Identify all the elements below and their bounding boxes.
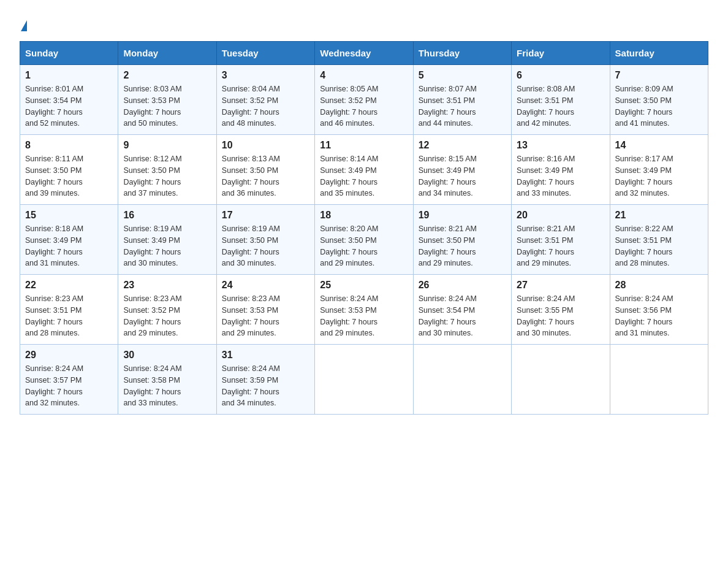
day-number: 11: [320, 140, 408, 151]
day-info: Sunrise: 8:23 AM Sunset: 3:51 PM Dayligh…: [25, 293, 113, 339]
calendar-header: SundayMondayTuesdayWednesdayThursdayFrid…: [20, 42, 708, 65]
logo-top-line: [20, 15, 27, 34]
day-info: Sunrise: 8:12 AM Sunset: 3:50 PM Dayligh…: [123, 153, 211, 199]
day-number: 23: [123, 280, 211, 291]
day-info: Sunrise: 8:07 AM Sunset: 3:51 PM Dayligh…: [419, 83, 506, 129]
day-info: Sunrise: 8:19 AM Sunset: 3:50 PM Dayligh…: [222, 223, 309, 269]
day-number: 30: [123, 350, 211, 361]
day-cell: 31 Sunrise: 8:24 AM Sunset: 3:59 PM Dayl…: [216, 345, 314, 415]
day-info: Sunrise: 8:21 AM Sunset: 3:50 PM Dayligh…: [419, 223, 506, 269]
day-number: 13: [517, 140, 604, 151]
day-number: 22: [25, 280, 113, 291]
day-cell: 9 Sunrise: 8:12 AM Sunset: 3:50 PM Dayli…: [118, 135, 216, 205]
day-number: 21: [615, 210, 703, 221]
logo: [20, 15, 27, 30]
day-number: 6: [517, 70, 604, 81]
day-cell: [315, 345, 413, 415]
day-cell: 21 Sunrise: 8:22 AM Sunset: 3:51 PM Dayl…: [610, 205, 708, 275]
day-cell: 25 Sunrise: 8:24 AM Sunset: 3:53 PM Dayl…: [315, 275, 413, 345]
day-cell: 20 Sunrise: 8:21 AM Sunset: 3:51 PM Dayl…: [512, 205, 610, 275]
day-info: Sunrise: 8:24 AM Sunset: 3:58 PM Dayligh…: [123, 363, 211, 409]
week-row-1: 1 Sunrise: 8:01 AM Sunset: 3:54 PM Dayli…: [20, 65, 708, 135]
day-number: 14: [615, 140, 703, 151]
day-cell: 18 Sunrise: 8:20 AM Sunset: 3:50 PM Dayl…: [315, 205, 413, 275]
day-cell: 14 Sunrise: 8:17 AM Sunset: 3:49 PM Dayl…: [610, 135, 708, 205]
day-info: Sunrise: 8:24 AM Sunset: 3:56 PM Dayligh…: [615, 293, 703, 339]
day-info: Sunrise: 8:16 AM Sunset: 3:49 PM Dayligh…: [517, 153, 604, 199]
day-cell: 27 Sunrise: 8:24 AM Sunset: 3:55 PM Dayl…: [512, 275, 610, 345]
weekday-header-tuesday: Tuesday: [216, 42, 314, 65]
day-number: 3: [222, 70, 309, 81]
day-number: 17: [222, 210, 309, 221]
day-cell: [512, 345, 610, 415]
day-number: 24: [222, 280, 309, 291]
page-header: [20, 15, 708, 30]
calendar-body: 1 Sunrise: 8:01 AM Sunset: 3:54 PM Dayli…: [20, 65, 708, 415]
header-row: SundayMondayTuesdayWednesdayThursdayFrid…: [20, 42, 708, 65]
day-info: Sunrise: 8:09 AM Sunset: 3:50 PM Dayligh…: [615, 83, 703, 129]
week-row-4: 22 Sunrise: 8:23 AM Sunset: 3:51 PM Dayl…: [20, 275, 708, 345]
logo-triangle-icon: [21, 20, 27, 31]
day-number: 15: [25, 210, 113, 221]
day-info: Sunrise: 8:21 AM Sunset: 3:51 PM Dayligh…: [517, 223, 604, 269]
day-cell: 29 Sunrise: 8:24 AM Sunset: 3:57 PM Dayl…: [20, 345, 118, 415]
day-number: 1: [25, 70, 113, 81]
day-cell: 11 Sunrise: 8:14 AM Sunset: 3:49 PM Dayl…: [315, 135, 413, 205]
day-cell: 6 Sunrise: 8:08 AM Sunset: 3:51 PM Dayli…: [512, 65, 610, 135]
day-info: Sunrise: 8:23 AM Sunset: 3:53 PM Dayligh…: [222, 293, 309, 339]
day-cell: 30 Sunrise: 8:24 AM Sunset: 3:58 PM Dayl…: [118, 345, 216, 415]
day-number: 2: [123, 70, 211, 81]
day-number: 18: [320, 210, 408, 221]
calendar-table: SundayMondayTuesdayWednesdayThursdayFrid…: [20, 41, 708, 415]
day-number: 20: [517, 210, 604, 221]
day-cell: [610, 345, 708, 415]
day-cell: 10 Sunrise: 8:13 AM Sunset: 3:50 PM Dayl…: [216, 135, 314, 205]
day-cell: 7 Sunrise: 8:09 AM Sunset: 3:50 PM Dayli…: [610, 65, 708, 135]
day-number: 27: [517, 280, 604, 291]
weekday-header-saturday: Saturday: [610, 42, 708, 65]
day-number: 29: [25, 350, 113, 361]
day-number: 4: [320, 70, 408, 81]
day-number: 10: [222, 140, 309, 151]
day-cell: 5 Sunrise: 8:07 AM Sunset: 3:51 PM Dayli…: [413, 65, 511, 135]
day-number: 26: [419, 280, 506, 291]
day-cell: 17 Sunrise: 8:19 AM Sunset: 3:50 PM Dayl…: [216, 205, 314, 275]
day-cell: 3 Sunrise: 8:04 AM Sunset: 3:52 PM Dayli…: [216, 65, 314, 135]
week-row-3: 15 Sunrise: 8:18 AM Sunset: 3:49 PM Dayl…: [20, 205, 708, 275]
day-info: Sunrise: 8:24 AM Sunset: 3:53 PM Dayligh…: [320, 293, 408, 339]
weekday-header-friday: Friday: [512, 42, 610, 65]
day-cell: 15 Sunrise: 8:18 AM Sunset: 3:49 PM Dayl…: [20, 205, 118, 275]
day-info: Sunrise: 8:19 AM Sunset: 3:49 PM Dayligh…: [123, 223, 211, 269]
day-info: Sunrise: 8:15 AM Sunset: 3:49 PM Dayligh…: [419, 153, 506, 199]
day-info: Sunrise: 8:18 AM Sunset: 3:49 PM Dayligh…: [25, 223, 113, 269]
day-cell: 26 Sunrise: 8:24 AM Sunset: 3:54 PM Dayl…: [413, 275, 511, 345]
day-cell: 24 Sunrise: 8:23 AM Sunset: 3:53 PM Dayl…: [216, 275, 314, 345]
day-cell: 28 Sunrise: 8:24 AM Sunset: 3:56 PM Dayl…: [610, 275, 708, 345]
day-cell: 4 Sunrise: 8:05 AM Sunset: 3:52 PM Dayli…: [315, 65, 413, 135]
day-cell: 8 Sunrise: 8:11 AM Sunset: 3:50 PM Dayli…: [20, 135, 118, 205]
day-number: 28: [615, 280, 703, 291]
day-cell: 16 Sunrise: 8:19 AM Sunset: 3:49 PM Dayl…: [118, 205, 216, 275]
day-number: 19: [419, 210, 506, 221]
day-info: Sunrise: 8:05 AM Sunset: 3:52 PM Dayligh…: [320, 83, 408, 129]
day-cell: 22 Sunrise: 8:23 AM Sunset: 3:51 PM Dayl…: [20, 275, 118, 345]
day-info: Sunrise: 8:22 AM Sunset: 3:51 PM Dayligh…: [615, 223, 703, 269]
day-cell: 13 Sunrise: 8:16 AM Sunset: 3:49 PM Dayl…: [512, 135, 610, 205]
day-info: Sunrise: 8:14 AM Sunset: 3:49 PM Dayligh…: [320, 153, 408, 199]
day-cell: 2 Sunrise: 8:03 AM Sunset: 3:53 PM Dayli…: [118, 65, 216, 135]
weekday-header-wednesday: Wednesday: [315, 42, 413, 65]
day-number: 7: [615, 70, 703, 81]
day-info: Sunrise: 8:24 AM Sunset: 3:54 PM Dayligh…: [419, 293, 506, 339]
day-info: Sunrise: 8:24 AM Sunset: 3:57 PM Dayligh…: [25, 363, 113, 409]
day-number: 5: [419, 70, 506, 81]
day-info: Sunrise: 8:11 AM Sunset: 3:50 PM Dayligh…: [25, 153, 113, 199]
day-cell: 1 Sunrise: 8:01 AM Sunset: 3:54 PM Dayli…: [20, 65, 118, 135]
day-cell: [413, 345, 511, 415]
day-info: Sunrise: 8:17 AM Sunset: 3:49 PM Dayligh…: [615, 153, 703, 199]
day-cell: 23 Sunrise: 8:23 AM Sunset: 3:52 PM Dayl…: [118, 275, 216, 345]
day-number: 9: [123, 140, 211, 151]
weekday-header-sunday: Sunday: [20, 42, 118, 65]
day-info: Sunrise: 8:04 AM Sunset: 3:52 PM Dayligh…: [222, 83, 309, 129]
week-row-2: 8 Sunrise: 8:11 AM Sunset: 3:50 PM Dayli…: [20, 135, 708, 205]
weekday-header-monday: Monday: [118, 42, 216, 65]
